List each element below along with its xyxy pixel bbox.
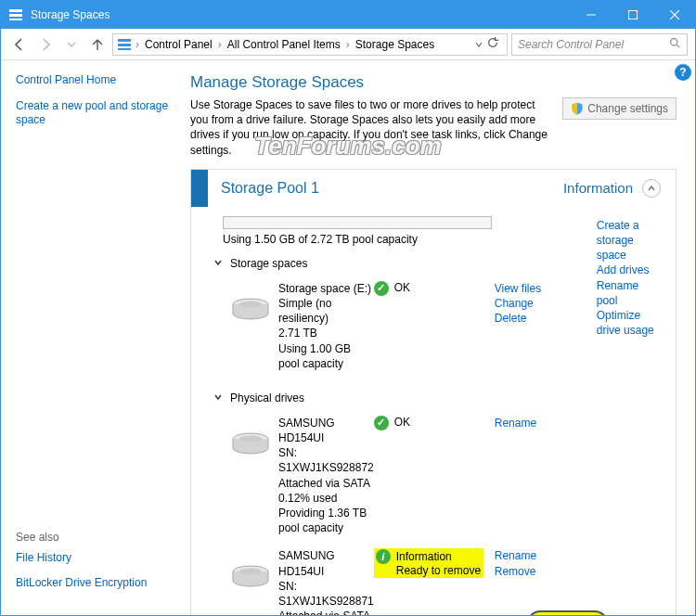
breadcrumb-item[interactable]: Storage Spaces: [352, 38, 438, 51]
sidebar: Control Panel Home Create a new pool and…: [1, 60, 187, 615]
recent-locations-button[interactable]: [60, 33, 83, 56]
drive-icon: [231, 432, 270, 455]
pool-usage-text: Using 1.50 GB of 2.72 TB pool capacity: [223, 233, 597, 246]
svg-point-10: [671, 38, 677, 45]
physical-drive-row: SAMSUNG HD154UI SN: S1XWJ1KS928871 Attac…: [223, 545, 597, 615]
status-text: OK: [394, 416, 410, 429]
rename-pool-link[interactable]: Rename pool: [597, 278, 661, 308]
breadcrumb-item[interactable]: Control Panel: [141, 38, 216, 51]
physical-drive-row: SAMSUNG HD154UI SN: S1XWJ1KS928872 Attac…: [223, 412, 597, 545]
sidebar-link-create-pool[interactable]: Create a new pool and storage space: [16, 99, 172, 128]
status-info-icon: i: [376, 549, 391, 564]
drive-sn: SN: S1XWJ1KS928871: [278, 579, 374, 609]
change-settings-label: Change settings: [587, 102, 668, 115]
help-icon[interactable]: ?: [675, 64, 691, 81]
drive-conn: Attached via SATA: [278, 476, 374, 491]
svg-point-15: [239, 435, 262, 442]
section-label: Storage spaces: [230, 257, 307, 270]
sidebar-link-home[interactable]: Control Panel Home: [16, 73, 172, 88]
window-title: Storage Spaces: [31, 8, 570, 21]
svg-rect-0: [9, 9, 22, 12]
space-usage: Using 1.00 GB pool capacity: [278, 341, 374, 371]
breadcrumb-sep-icon: ›: [216, 38, 224, 51]
pool-panel: Storage Pool 1 Information Using 1.50 GB…: [190, 169, 677, 615]
back-button[interactable]: [8, 33, 31, 56]
drive-pct: 0.12% used: [278, 491, 374, 506]
svg-point-17: [239, 569, 262, 575]
refresh-button[interactable]: [486, 36, 499, 52]
pool-actions: Create a storage space Add drives Rename…: [597, 216, 661, 615]
search-box[interactable]: [511, 33, 688, 56]
drive-sn: SN: S1XWJ1KS928872: [278, 445, 374, 475]
change-settings-button[interactable]: Change settings: [562, 97, 677, 120]
app-icon: [8, 7, 23, 22]
search-icon[interactable]: [669, 37, 681, 52]
rename-link[interactable]: Rename: [495, 548, 597, 563]
shield-icon: [571, 102, 584, 115]
breadcrumb-dropdown-icon[interactable]: [475, 38, 483, 51]
remove-link[interactable]: Remove: [495, 564, 597, 579]
rename-link[interactable]: Rename: [495, 416, 597, 430]
breadcrumb-sep-icon: ›: [344, 38, 352, 51]
space-resiliency: Simple (no resiliency): [278, 296, 374, 326]
status-text: Information: [396, 550, 452, 563]
sidebar-link-file-history[interactable]: File History: [16, 551, 172, 566]
svg-rect-4: [628, 11, 637, 19]
pool-usage-bar: [223, 216, 492, 229]
svg-rect-8: [118, 44, 131, 46]
storage-space-row: Storage space (E:) Simple (no resiliency…: [223, 277, 597, 380]
chevron-down-icon: [213, 257, 223, 270]
breadcrumb-item[interactable]: All Control Panel Items: [224, 38, 344, 51]
main: ? Manage Storage Spaces Use Storage Spac…: [187, 60, 695, 615]
titlebar: Storage Spaces: [1, 1, 695, 29]
sidebar-link-bitlocker[interactable]: BitLocker Drive Encryption: [16, 576, 172, 591]
drive-conn: Attached via SATA: [278, 609, 374, 615]
space-name: Storage space (E:): [278, 281, 374, 296]
status-subtext: Ready to remove: [376, 564, 482, 577]
drive-icon: [231, 298, 270, 320]
status-ok-icon: ✓: [374, 281, 389, 296]
minimize-button[interactable]: [570, 1, 612, 29]
pool-information-link[interactable]: Information: [563, 180, 633, 196]
pool-title: Storage Pool 1: [221, 180, 563, 197]
svg-rect-7: [118, 39, 131, 42]
page-title: Manage Storage Spaces: [190, 73, 677, 92]
svg-rect-2: [9, 19, 22, 20]
pool-tab-indicator: [191, 170, 208, 207]
svg-line-11: [677, 45, 679, 47]
maximize-button[interactable]: [612, 1, 653, 29]
storage-spaces-icon: [117, 37, 132, 52]
chevron-down-icon: [213, 391, 223, 404]
svg-rect-9: [118, 48, 131, 50]
drive-name: SAMSUNG HD154UI: [278, 416, 374, 445]
navbar: › Control Panel › All Control Panel Item…: [1, 29, 695, 60]
breadcrumb-sep-icon: ›: [134, 38, 141, 51]
status-text: OK: [394, 281, 410, 294]
section-storage-spaces[interactable]: Storage spaces: [213, 257, 597, 270]
breadcrumb[interactable]: › Control Panel › All Control Panel Item…: [112, 33, 508, 56]
svg-rect-1: [9, 14, 22, 17]
annotation-callout: Click on: [527, 610, 608, 615]
drive-icon: [231, 565, 270, 587]
search-input[interactable]: [518, 38, 669, 51]
section-physical-drives[interactable]: Physical drives: [213, 391, 597, 404]
view-files-link[interactable]: View files: [495, 281, 597, 296]
page-description: Use Storage Spaces to save files to two …: [190, 97, 553, 158]
delete-link[interactable]: Delete: [495, 311, 597, 326]
optimize-link[interactable]: Optimize drive usage: [597, 308, 661, 338]
close-button[interactable]: [653, 1, 695, 29]
change-link[interactable]: Change: [495, 296, 597, 311]
space-size: 2.71 TB: [278, 326, 374, 340]
see-also-label: See also: [16, 531, 172, 544]
svg-point-13: [239, 301, 262, 307]
section-label: Physical drives: [230, 391, 304, 404]
drive-name: SAMSUNG HD154UI: [278, 548, 374, 578]
drive-providing: Providing 1.36 TB pool capacity: [278, 506, 374, 535]
forward-button[interactable]: [34, 33, 57, 56]
create-storage-space-link[interactable]: Create a storage space: [597, 218, 661, 263]
up-button[interactable]: [86, 33, 109, 56]
content: Control Panel Home Create a new pool and…: [1, 60, 695, 615]
add-drives-link[interactable]: Add drives: [597, 263, 661, 277]
collapse-button[interactable]: [642, 179, 661, 198]
status-ok-icon: ✓: [374, 416, 389, 430]
